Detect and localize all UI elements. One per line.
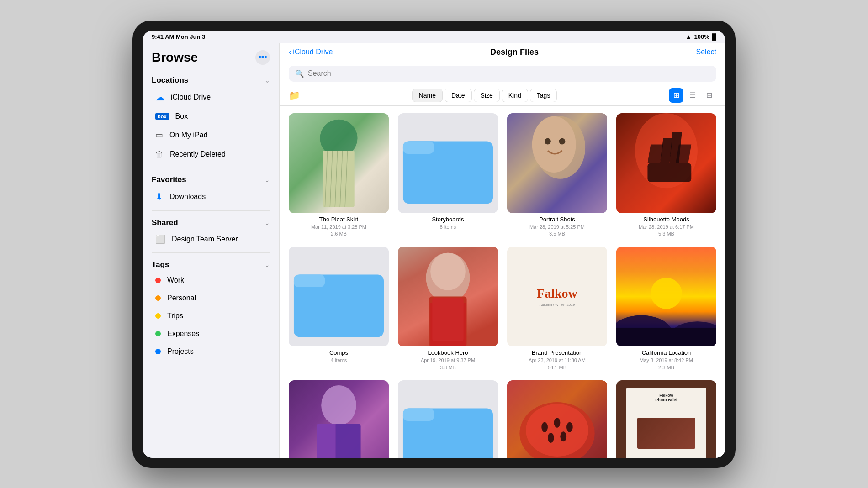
divider-1	[152, 168, 270, 168]
ipad-frame: 9:41 AM Mon Jun 3 ▲ 100% █ Browse ••• Lo…	[132, 21, 736, 468]
status-time: 9:41 AM Mon Jun 3	[152, 33, 205, 40]
sort-size-button[interactable]: Size	[474, 89, 500, 102]
more-icon: •••	[259, 52, 267, 62]
file-thumb-plum-jacket	[289, 380, 389, 457]
back-button[interactable]: ‹ iCloud Drive	[289, 48, 333, 56]
sidebar-item-downloads[interactable]: ⬇ Downloads	[146, 187, 275, 207]
file-item-pleat-skirt[interactable]: The Pleat Skirt Mar 11, 2019 at 3:28 PM …	[289, 113, 389, 238]
file-meta-silhouette-moods: Mar 28, 2019 at 6:17 PM	[639, 224, 694, 231]
file-item-plum-jacket[interactable]: Plum Jacket May 6, 2019 at 4:22 PM	[289, 380, 389, 457]
column-icon: ⊟	[706, 91, 712, 100]
svg-rect-34	[336, 424, 361, 458]
file-name-comps: Comps	[329, 349, 348, 356]
file-item-portrait-shots[interactable]: Portrait Shots Mar 28, 2019 at 5:25 PM 3…	[507, 113, 607, 238]
wifi-icon: ▲	[686, 33, 692, 40]
file-item-storyboards[interactable]: Storyboards 8 items	[398, 113, 498, 238]
lookbook-hero-thumbnail	[398, 247, 498, 346]
file-size-lookbook-hero: 3.8 MB	[440, 364, 456, 371]
sidebar-header: Browse •••	[143, 50, 279, 72]
svg-point-31	[321, 385, 356, 425]
folder-icon: 📁	[289, 90, 300, 101]
file-meta-portrait-shots: Mar 28, 2019 at 5:25 PM	[529, 224, 585, 231]
shared-section-header: Shared ⌄	[143, 215, 279, 229]
search-input[interactable]	[308, 69, 710, 78]
sidebar-item-expenses-label: Expenses	[167, 330, 199, 338]
svg-point-13	[545, 138, 551, 144]
favorites-chevron-icon[interactable]: ⌄	[265, 176, 270, 184]
file-item-lookbook-hero[interactable]: Lookbook Hero Apr 19, 2019 at 9:37 PM 3.…	[398, 247, 498, 371]
back-label: iCloud Drive	[293, 48, 333, 56]
sidebar-item-box-label: Box	[175, 112, 188, 121]
sidebar-item-trips-label: Trips	[167, 312, 183, 320]
sort-tags-button[interactable]: Tags	[530, 89, 557, 102]
file-size-silhouette-moods: 5.3 MB	[658, 231, 674, 237]
sidebar-item-recently-deleted[interactable]: 🗑 Recently Deleted	[146, 145, 275, 164]
photoshoot-brief-image	[637, 418, 695, 449]
sidebar-item-work[interactable]: Work	[146, 272, 275, 289]
view-list-button[interactable]: ☰	[685, 88, 700, 103]
brand-presentation-logo: Falkow	[537, 287, 577, 301]
file-thumb-storyboards	[398, 113, 498, 213]
svg-rect-17	[647, 163, 691, 182]
search-icon: 🔍	[295, 69, 304, 78]
svg-rect-33	[317, 424, 336, 458]
grid-container: The Pleat Skirt Mar 11, 2019 at 3:28 PM …	[289, 113, 716, 458]
svg-point-42	[566, 422, 573, 432]
file-meta-storyboards: 8 items	[440, 224, 456, 231]
file-item-california-location[interactable]: California Location May 3, 2019 at 8:42 …	[616, 247, 716, 371]
file-name-pleat-skirt: The Pleat Skirt	[319, 216, 358, 223]
file-item-photoshoot-brief[interactable]: FalkowPhoto Brief — — — Photoshoot Brief…	[616, 380, 716, 457]
locations-section-header: Locations ⌄	[143, 72, 279, 87]
sidebar-item-trips[interactable]: Trips	[146, 307, 275, 325]
shared-chevron-icon[interactable]: ⌄	[265, 219, 270, 226]
sidebar-item-personal[interactable]: Personal	[146, 289, 275, 307]
sidebar-title: Browse	[152, 50, 198, 65]
select-button[interactable]: Select	[696, 48, 716, 56]
file-item-proposals[interactable]: Proposals 3 items	[398, 380, 498, 457]
california-location-thumbnail	[616, 247, 716, 346]
search-input-wrap[interactable]: 🔍	[289, 66, 716, 82]
svg-point-26	[651, 278, 682, 309]
projects-tag-dot	[155, 349, 161, 354]
file-name-brand-presentation: Brand Presentation	[532, 349, 582, 356]
sort-name-button[interactable]: Name	[412, 89, 443, 102]
file-item-color-inspiration[interactable]: Color Inspiration May 6, 2019 at 5:34 PM	[507, 380, 607, 457]
page-title: Design Files	[490, 47, 539, 57]
sidebar-item-expenses[interactable]: Expenses	[146, 325, 275, 342]
sidebar-item-design-team[interactable]: ⬜ Design Team Server	[146, 230, 275, 249]
comps-folder-thumbnail	[289, 247, 389, 346]
tags-chevron-icon[interactable]: ⌄	[265, 261, 270, 268]
divider-2	[152, 210, 270, 211]
file-thumb-portrait-shots	[507, 113, 607, 213]
file-item-silhouette-moods[interactable]: Silhouette Moods Mar 28, 2019 at 6:17 PM…	[616, 113, 716, 238]
file-item-comps[interactable]: Comps 4 items	[289, 247, 389, 371]
svg-point-41	[554, 418, 561, 428]
content-area: ‹ iCloud Drive Design Files Select 🔍	[280, 43, 725, 458]
file-thumb-color-inspiration	[507, 380, 607, 457]
file-thumb-california-location	[616, 247, 716, 346]
tags-section-header: Tags ⌄	[143, 257, 279, 271]
sidebar-item-icloud-drive[interactable]: ☁ iCloud Drive	[146, 87, 275, 107]
more-button[interactable]: •••	[255, 50, 270, 65]
downloads-icon: ⬇	[155, 191, 163, 202]
file-thumb-pleat-skirt	[289, 113, 389, 213]
view-column-button[interactable]: ⊟	[702, 88, 716, 103]
sort-kind-button[interactable]: Kind	[502, 89, 528, 102]
ipad-icon: ▭	[155, 130, 163, 140]
sidebar-item-box[interactable]: box Box	[146, 108, 275, 125]
sidebar-item-projects[interactable]: Projects	[146, 343, 275, 360]
sidebar-item-on-my-ipad[interactable]: ▭ On My iPad	[146, 126, 275, 145]
silhouette-moods-thumbnail	[616, 113, 716, 213]
sort-date-button[interactable]: Date	[445, 89, 472, 102]
file-thumb-photoshoot-brief: FalkowPhoto Brief — — —	[616, 380, 716, 457]
svg-rect-29	[616, 328, 716, 346]
locations-chevron-icon[interactable]: ⌄	[265, 77, 270, 84]
svg-point-14	[559, 138, 566, 144]
file-thumb-lookbook-hero	[398, 247, 498, 346]
file-size-pleat-skirt: 2.6 MB	[331, 231, 347, 237]
photoshoot-brief-header: FalkowPhoto Brief	[655, 393, 677, 402]
brand-presentation-subtitle: Autumn / Winter 2019	[540, 303, 575, 307]
file-thumb-comps	[289, 247, 389, 346]
view-grid-button[interactable]: ⊞	[669, 88, 683, 103]
file-item-brand-presentation[interactable]: Falkow Autumn / Winter 2019 Brand Presen…	[507, 247, 607, 371]
